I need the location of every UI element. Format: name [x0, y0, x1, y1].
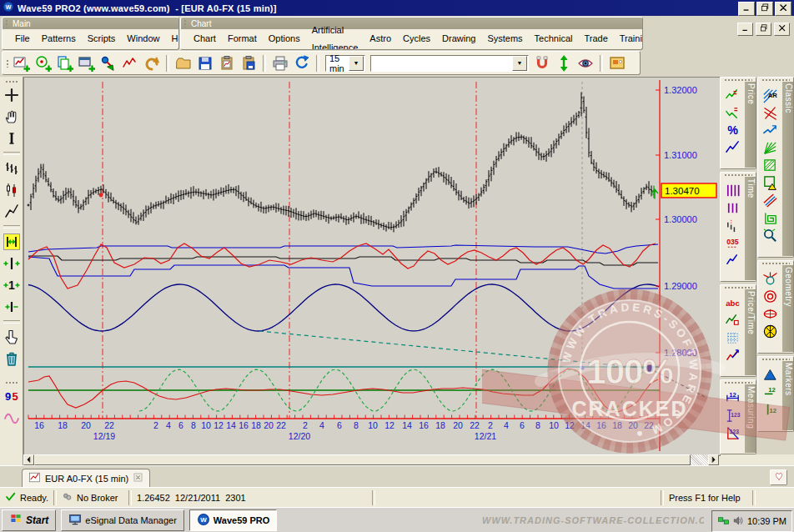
time-035-tool[interactable]: 035 [723, 234, 743, 252]
menu-cycles[interactable]: Cycles [397, 30, 436, 48]
scroll-left-button[interactable] [23, 454, 34, 465]
geo-wheel-tool[interactable] [761, 323, 781, 340]
menu-trade[interactable]: Trade [578, 30, 613, 48]
zz-green2-tool[interactable] [723, 104, 743, 122]
classic-arrows-tool[interactable] [761, 122, 781, 139]
pin-tool-button[interactable] [98, 53, 118, 73]
refresh-button[interactable] [292, 53, 312, 73]
horizontal-scrollbar[interactable] [23, 454, 719, 465]
zz-blue2-tool[interactable] [723, 252, 743, 269]
chart-canvas[interactable]: 1.320001.310001.300001.290001.280001.304… [24, 78, 720, 455]
symbol-combo[interactable]: ▼ [370, 55, 529, 72]
meas-v-tool[interactable]: 123 [723, 407, 743, 424]
classic-search-tool[interactable] [761, 227, 781, 244]
tab-eur-a0-fx[interactable]: EUR A0-FX (15 min) [22, 469, 150, 488]
chevron-down-icon[interactable]: ▼ [512, 56, 527, 71]
window-plus-button[interactable] [77, 53, 97, 73]
menu-file[interactable]: File [9, 30, 36, 48]
toolbar-gripper[interactable] [5, 381, 18, 384]
classic-x-tool[interactable] [761, 104, 781, 122]
chevron-down-icon[interactable]: ▼ [349, 56, 364, 71]
pointer-hand-tool[interactable] [2, 327, 22, 347]
mark-vert-tool[interactable]: 12 [761, 401, 781, 419]
v-scale-button[interactable] [554, 53, 574, 73]
close-button[interactable] [775, 2, 791, 16]
astro-plus-button[interactable] [33, 53, 53, 73]
print-button[interactable] [270, 53, 290, 73]
network-icon[interactable] [717, 514, 730, 529]
menu-chart[interactable]: Chart [188, 30, 222, 48]
pan-hand-tool[interactable] [2, 107, 22, 127]
zigzag-tool-button[interactable] [120, 53, 140, 73]
menu-patterns[interactable]: Patterns [36, 30, 82, 48]
zz-blue-tool[interactable] [723, 139, 743, 157]
eye-button[interactable] [575, 53, 596, 73]
zz-green-tool[interactable] [723, 87, 743, 104]
toolbar-gripper[interactable] [5, 80, 18, 83]
meas-h-tool[interactable]: 12 [723, 389, 743, 407]
mark-tri-tool[interactable] [761, 366, 781, 384]
paste-chart-button[interactable] [217, 53, 237, 73]
menu-scripts[interactable]: Scripts [82, 30, 122, 48]
chart-plus-button[interactable] [12, 53, 32, 73]
favorites-button[interactable] [770, 469, 787, 485]
insert-bar-tool[interactable] [2, 297, 22, 317]
zz-arrows-tool[interactable] [723, 347, 743, 364]
menu-technical[interactable]: Technical [529, 30, 579, 48]
geo-circles-tool[interactable] [761, 288, 781, 305]
geo-orbit-tool[interactable] [761, 270, 781, 288]
expand-tool[interactable] [2, 232, 22, 252]
minimize-button[interactable] [738, 2, 755, 16]
classic-hatch-tool[interactable] [761, 157, 781, 174]
menu-help[interactable]: Help [165, 30, 179, 48]
crosshair-tool[interactable] [2, 85, 22, 105]
scroll-right-button[interactable] [708, 454, 719, 465]
candles-tool[interactable] [2, 180, 22, 200]
meas-tri-tool[interactable]: 123 [723, 424, 743, 442]
menu-options[interactable]: Options [263, 30, 306, 48]
one-bar-tool[interactable]: 1 [2, 275, 22, 295]
digits-95-tool[interactable]: 95 [2, 386, 22, 406]
scrollbar-track[interactable] [691, 454, 708, 465]
classic-spiral-tool[interactable] [761, 209, 781, 227]
paste-save-button[interactable] [239, 53, 259, 73]
mark-lvl-tool[interactable]: 12 [761, 384, 781, 401]
tab-close-icon[interactable] [133, 471, 143, 486]
mdi-restore-button[interactable] [756, 23, 771, 36]
classic-sqtri-tool[interactable] [761, 174, 781, 192]
speaker-icon[interactable] [732, 514, 745, 529]
trash-tool[interactable] [2, 349, 22, 369]
timeframe-select[interactable]: 15 min▼ [325, 55, 365, 72]
restore-button[interactable] [756, 2, 773, 16]
menu-artificial-intelligence[interactable]: Artificial Intelligence [306, 22, 364, 51]
menu-systems[interactable]: Systems [481, 30, 528, 48]
classic-par-tool[interactable] [761, 192, 781, 209]
classic-fan-tool[interactable] [761, 139, 781, 157]
page-plus-button[interactable] [55, 53, 75, 73]
folder-button[interactable] [173, 53, 193, 73]
grow-bar-tool[interactable] [2, 253, 22, 274]
taskbar-app-esignal[interactable]: eSignal Data Manager [61, 509, 183, 531]
wave-tool-tool[interactable] [2, 408, 22, 428]
percent-tool[interactable]: % [723, 122, 743, 139]
menu-window[interactable]: Window [121, 30, 165, 48]
start-button[interactable]: Start [2, 509, 56, 531]
zz-square-tool[interactable] [723, 312, 743, 329]
menu-training[interactable]: Training [614, 30, 643, 48]
taskbar-app-wave59[interactable]: WWave59 PRO [189, 509, 277, 531]
menu-astro[interactable]: Astro [364, 30, 397, 48]
undo-arrow-button[interactable] [142, 53, 162, 73]
classic-ar-tool[interactable]: AR [761, 87, 781, 104]
image-frame-button[interactable] [607, 53, 627, 73]
toolbar-gripper[interactable] [6, 59, 10, 68]
time-bars3-tool[interactable] [723, 199, 743, 217]
ibeam-tool[interactable] [2, 128, 22, 148]
grid-blue-tool[interactable] [723, 329, 743, 347]
menu-drawing[interactable]: Drawing [436, 30, 481, 48]
magnet-button[interactable] [532, 53, 552, 73]
line-tool-tool[interactable] [2, 202, 22, 222]
geo-ellipse-tool[interactable] [761, 305, 781, 323]
mdi-minimize-button[interactable] [737, 23, 753, 36]
time-step-tool[interactable] [723, 217, 743, 234]
time-bars4-tool[interactable] [723, 182, 743, 199]
